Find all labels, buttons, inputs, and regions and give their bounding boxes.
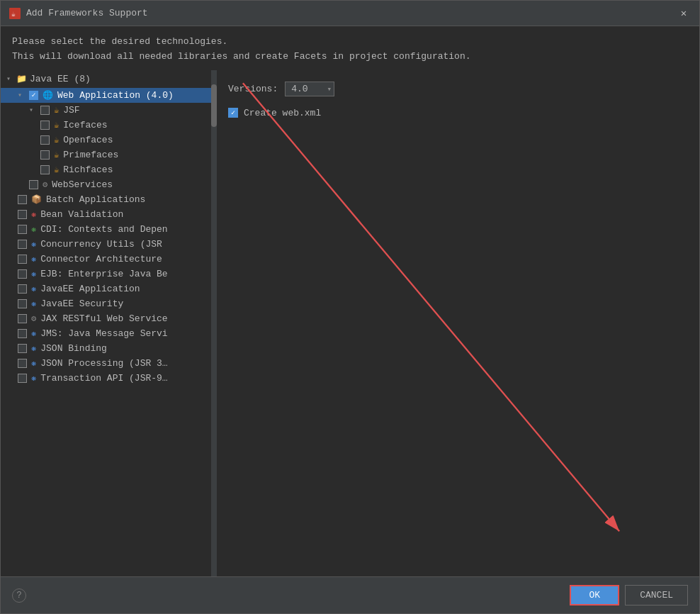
tree-item-json-processing[interactable]: ❋ JSON Processing (JSR 3… (1, 356, 216, 371)
dialog: ☕ Add Frameworks Support ✕ Please select… (0, 0, 700, 614)
scrollbar-track[interactable] (211, 70, 217, 576)
batch-icon: 📦 (31, 194, 42, 205)
icefaces-label: Icefaces (63, 120, 107, 130)
tree-item-jsf[interactable]: ▾ ☕ JSF (1, 103, 216, 118)
bean-icon: ❋ (31, 209, 36, 220)
tree-item-icefaces[interactable]: ☕ Icefaces (1, 118, 216, 133)
ejb-icon: ❋ (31, 269, 36, 279)
webservices-icon: ⚙ (43, 179, 47, 190)
tree-item-web-app[interactable]: ▾ 🌐 Web Application (4.0) (1, 88, 216, 103)
cancel-button[interactable]: CANCEL (625, 585, 688, 605)
right-panel: Versions: 4.0 3.1 3.0 2.5 Create web.xml (217, 70, 699, 576)
versions-select-wrapper: 4.0 3.1 3.0 2.5 (285, 82, 334, 96)
main-content: ▾ 📁 Java EE (8) ▾ 🌐 Web Application (4.0… (1, 70, 699, 576)
transaction-label: Transaction API (JSR-9… (40, 373, 167, 384)
primefaces-label: Primefaces (63, 150, 118, 160)
checkbox-primefaces[interactable] (40, 150, 50, 160)
checkbox-jms[interactable] (18, 329, 27, 338)
checkbox-jax[interactable] (18, 314, 27, 323)
transaction-icon: ❋ (31, 373, 36, 384)
tree-root[interactable]: ▾ 📁 Java EE (8) (1, 70, 216, 88)
tree-item-javaee-sec[interactable]: ❋ JavaEE Security (1, 296, 216, 311)
create-xml-row: Create web.xml (228, 108, 688, 118)
tree-item-batch[interactable]: 📦 Batch Applications (1, 192, 216, 207)
help-button[interactable]: ? (12, 588, 26, 603)
checkbox-cdi[interactable] (18, 225, 27, 234)
expand-jsf: ▾ (29, 106, 36, 114)
tree-item-javaee-app[interactable]: ❋ JavaEE Application (1, 281, 216, 296)
checkbox-web-app[interactable] (29, 91, 38, 100)
bean-label: Bean Validation (40, 209, 123, 220)
description-line2: This will download all needed libraries … (12, 50, 688, 65)
tree-item-webservices[interactable]: ⚙ WebServices (1, 177, 216, 192)
checkbox-batch[interactable] (18, 195, 27, 204)
checkbox-richfaces[interactable] (40, 165, 50, 174)
javaee-sec-label: JavaEE Security (40, 298, 123, 309)
folder-icon: 📁 (16, 74, 27, 84)
checkbox-jsf[interactable] (40, 106, 50, 115)
openfaces-icon: ☕ (54, 135, 59, 145)
create-xml-checkbox[interactable] (228, 108, 238, 118)
left-panel: ▾ 📁 Java EE (8) ▾ 🌐 Web Application (4.0… (1, 70, 217, 576)
connector-icon: ❋ (31, 254, 36, 264)
tree-item-openfaces[interactable]: ☕ Openfaces (1, 133, 216, 147)
checkbox-javaee-app[interactable] (18, 284, 27, 294)
tree-item-cdi[interactable]: ❋ CDI: Contexts and Depen (1, 222, 216, 237)
jax-icon: ⚙ (31, 313, 36, 324)
web-app-label: Web Application (4.0) (57, 90, 174, 101)
tree-item-json-binding[interactable]: ❋ JSON Binding (1, 341, 216, 356)
tree-item-jms[interactable]: ❋ JMS: Java Message Servi (1, 326, 216, 341)
jms-icon: ❋ (31, 328, 36, 339)
ok-button[interactable]: OK (570, 585, 619, 605)
versions-select[interactable]: 4.0 3.1 3.0 2.5 (285, 82, 334, 96)
versions-label: Versions: (228, 84, 278, 94)
checkbox-ejb[interactable] (18, 269, 27, 279)
tree-item-richfaces[interactable]: ☕ Richfaces (1, 162, 216, 177)
svg-line-3 (243, 83, 619, 531)
versions-row: Versions: 4.0 3.1 3.0 2.5 (228, 82, 688, 96)
description-area: Please select the desired technologies. … (1, 26, 699, 70)
concurrency-label: Concurrency Utils (JSR (40, 239, 162, 250)
checkbox-transaction[interactable] (18, 374, 27, 383)
annotation-arrow (217, 70, 699, 576)
jsf-label: JSF (63, 105, 79, 116)
ejb-label: EJB: Enterprise Java Be (40, 269, 167, 279)
checkbox-icefaces[interactable] (40, 121, 50, 130)
javaee-app-icon: ❋ (31, 284, 36, 294)
scrollbar-thumb[interactable] (211, 84, 217, 127)
checkbox-connector[interactable] (18, 255, 27, 264)
jsf-icon: ☕ (54, 105, 59, 116)
batch-label: Batch Applications (46, 194, 145, 205)
close-button[interactable]: ✕ (677, 6, 691, 21)
svg-text:☕: ☕ (11, 11, 16, 18)
expand-web: ▾ (18, 91, 25, 99)
checkbox-openfaces[interactable] (40, 135, 50, 145)
tree-item-jax[interactable]: ⚙ JAX RESTful Web Service (1, 311, 216, 326)
tree-item-connector[interactable]: ❋ Connector Architecture (1, 252, 216, 267)
checkbox-webservices[interactable] (29, 180, 38, 189)
javaee-app-label: JavaEE Application (40, 284, 140, 294)
tree-item-concurrency[interactable]: ❋ Concurrency Utils (JSR (1, 237, 216, 252)
checkbox-bean[interactable] (18, 210, 27, 219)
json-processing-icon: ❋ (31, 358, 36, 369)
tree-item-bean[interactable]: ❋ Bean Validation (1, 207, 216, 222)
jms-label: JMS: Java Message Servi (40, 328, 167, 339)
bottom-buttons: OK CANCEL (570, 585, 688, 605)
json-processing-label: JSON Processing (JSR 3… (40, 358, 167, 369)
app-icon: ☕ (9, 8, 21, 19)
tree-root-label: Java EE (8) (30, 74, 91, 84)
title-bar-left: ☕ Add Frameworks Support (9, 8, 148, 19)
tree-item-transaction[interactable]: ❋ Transaction API (JSR-9… (1, 371, 216, 386)
cdi-label: CDI: Contexts and Depen (40, 224, 167, 235)
create-xml-label: Create web.xml (244, 108, 321, 118)
concurrency-icon: ❋ (31, 239, 36, 250)
checkbox-json-processing[interactable] (18, 359, 27, 368)
checkbox-javaee-sec[interactable] (18, 299, 27, 308)
checkbox-concurrency[interactable] (18, 240, 27, 249)
tree-item-primefaces[interactable]: ☕ Primefaces (1, 147, 216, 162)
bottom-bar: ? OK CANCEL (1, 576, 699, 613)
richfaces-icon: ☕ (54, 164, 59, 175)
expand-arrow-root: ▾ (6, 74, 13, 83)
checkbox-json-binding[interactable] (18, 344, 27, 353)
tree-item-ejb[interactable]: ❋ EJB: Enterprise Java Be (1, 267, 216, 281)
